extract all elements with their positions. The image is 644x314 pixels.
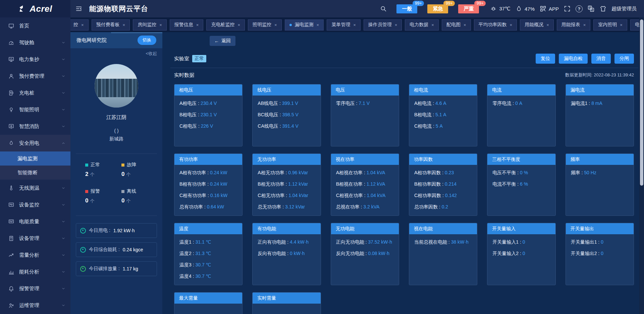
alarm-count-badge: 99+	[413, 1, 424, 6]
data-row: C相有功功率0.16 kW	[179, 192, 237, 199]
help-icon[interactable]: ?	[576, 5, 583, 12]
sidebar-item-4[interactable]: 预付费管理	[0, 68, 70, 84]
tab-11[interactable]: 配电图×	[442, 19, 471, 30]
tab-close-icon[interactable]: ×	[237, 22, 240, 27]
tab-close-icon[interactable]: ×	[81, 22, 84, 27]
tab-10[interactable]: 电力数据×	[405, 19, 439, 30]
data-row: 总功率因数0.2	[414, 203, 472, 211]
data-row-value: 230.4 V	[201, 101, 217, 106]
action-button-3[interactable]: 消音	[591, 54, 611, 64]
tab-close-icon[interactable]: ×	[510, 22, 513, 27]
alarm-button-2[interactable]: 紧急99+	[427, 4, 448, 13]
tab-close-icon[interactable]: ×	[274, 22, 277, 27]
data-row-label: 温度1	[179, 239, 195, 245]
data-row: C相视在功率1.04 kVA	[336, 192, 394, 199]
data-row-value: 30.7 ℃	[195, 273, 211, 279]
data-row-value: 3.12 kVar	[285, 204, 305, 209]
tab-8[interactable]: 菜单管理×	[327, 19, 361, 30]
tab-3[interactable]: 房间监控×	[133, 19, 167, 30]
sidebar-item-13[interactable]: 需量分析	[0, 247, 70, 263]
data-row-label: AB线电压	[258, 101, 282, 106]
section-title: 实时数据	[174, 72, 194, 78]
data-row: 当前总视在电能38 kW·h	[414, 238, 472, 246]
tab-close-icon[interactable]: ×	[123, 22, 125, 27]
tab-12[interactable]: 平均功率因数×	[474, 19, 517, 30]
tab-label: 照明监控	[253, 22, 271, 28]
data-card-6: 漏电流漏电流18 mA	[566, 84, 634, 146]
sidebar-item-11[interactable]: 电能质量	[0, 213, 70, 230]
data-card-2: 线电压AB线电压399.1 VBC线电压398.5 VCA线电压391.4 V	[252, 84, 321, 146]
sidebar-subitem-2[interactable]: 智能微断	[0, 166, 70, 180]
theme-shirt-icon[interactable]	[599, 5, 607, 12]
tab-15[interactable]: 室内照明×	[593, 19, 627, 30]
data-row: B相有功功率0.24 kW	[179, 180, 237, 188]
sidebar-item-2[interactable]: 驾驶舱	[0, 34, 70, 51]
sidebar-item-15[interactable]: 报警管理	[0, 280, 70, 297]
data-card-20: 实时需量	[252, 292, 321, 314]
sidebar-item-3[interactable]: 电力集抄	[0, 51, 70, 68]
data-card-body: 开关量输出10开关量输出20	[566, 234, 634, 261]
tab-close-icon[interactable]: ×	[464, 22, 466, 27]
data-row: 总视在功率3.2 kVA	[336, 203, 394, 211]
action-button-4[interactable]: 分闸	[614, 54, 634, 64]
tab-close-icon[interactable]: ×	[353, 22, 356, 27]
data-card-body: A相视在功率1.04 kVAB相视在功率1.12 kVAC相视在功率1.04 k…	[331, 165, 399, 214]
data-card-title: 实时需量	[253, 293, 320, 304]
data-row: AB线电压399.1 V	[258, 100, 315, 107]
sidebar-item-7[interactable]: 智慧消防	[0, 118, 70, 135]
current-user[interactable]: 超级管理员	[611, 6, 637, 12]
back-button[interactable]: ← 返回	[210, 36, 235, 46]
alarm-button-3[interactable]: 严重99+	[458, 4, 479, 13]
tab-9[interactable]: 操作员管理×	[364, 19, 402, 30]
sidebar-item-1[interactable]: 首页	[0, 17, 70, 34]
stat-unit: 个	[126, 198, 130, 203]
tab-14[interactable]: 用能报表×	[557, 19, 591, 30]
translate-icon[interactable]: 文A	[587, 5, 595, 12]
tab-13[interactable]: 用能概况×	[520, 19, 554, 30]
device-icon	[8, 235, 14, 242]
switch-org-button[interactable]: 切换	[138, 36, 156, 45]
tab-5[interactable]: 充电桩监控×	[206, 19, 245, 30]
tab-7[interactable]: 漏电监测×	[285, 19, 324, 30]
tab-close-icon[interactable]: ×	[583, 22, 586, 27]
action-button-1[interactable]: 复位	[536, 54, 555, 64]
tab-close-icon[interactable]: ×	[395, 22, 397, 27]
tab-close-icon[interactable]: ×	[431, 22, 434, 27]
menu-collapse-icon[interactable]	[75, 5, 83, 12]
alarm-button-1[interactable]: 一般99+	[396, 4, 417, 13]
data-row-label: B相视在功率	[336, 181, 367, 187]
data-row-value: 0.64 kW	[207, 204, 224, 209]
tab-close-icon[interactable]: ×	[546, 22, 549, 27]
tab-6[interactable]: 照明监控×	[248, 19, 282, 30]
panel-collapse-link[interactable]: <收起	[70, 51, 157, 57]
sidebar-item-12[interactable]: 设备管理	[0, 230, 70, 247]
sidebar-item-8[interactable]: 安全用电	[0, 135, 70, 151]
tab-4[interactable]: 报警信息×	[170, 19, 204, 30]
tab-label: 配电图	[446, 22, 461, 28]
tab-close-icon[interactable]: ×	[620, 22, 623, 27]
tab-1[interactable]: 控×	[70, 19, 89, 30]
action-button-2[interactable]: 漏电自检	[559, 54, 588, 64]
sidebar-subitem-1[interactable]: 漏电监测	[0, 151, 70, 166]
sidebar-item-9[interactable]: 无线测温	[0, 180, 70, 196]
status-square-icon	[121, 190, 124, 193]
sidebar-item-5[interactable]: 充电桩	[0, 84, 70, 101]
sidebar-item-6[interactable]: 智能照明	[0, 101, 70, 118]
search-icon[interactable]	[380, 5, 387, 12]
tab-close-icon[interactable]: ×	[317, 22, 319, 27]
data-card-title: 温度	[174, 223, 242, 234]
app-download[interactable]: APP	[539, 5, 559, 12]
chevron-down-icon	[61, 40, 66, 45]
sidebar-item-14[interactable]: 能耗分析	[0, 263, 70, 280]
data-row-label: A相电压	[179, 101, 201, 106]
data-row: 总无功功率3.12 kVar	[258, 203, 315, 211]
sidebar-item-16[interactable]: 运维管理	[0, 297, 70, 314]
tab-close-icon[interactable]: ×	[159, 22, 162, 27]
tab-close-icon[interactable]: ×	[196, 22, 199, 27]
scrollbar-thumb[interactable]	[640, 19, 643, 186]
data-card-body: 正向无功电能37.52 kW·h反向无功电能0.08 kW·h	[331, 234, 399, 261]
tab-2[interactable]: 预付费看板×	[92, 19, 130, 30]
fullscreen-icon[interactable]	[564, 5, 571, 12]
sidebar-item-10[interactable]: 设备监控	[0, 196, 70, 213]
data-row-label: 零序电流	[492, 101, 515, 106]
